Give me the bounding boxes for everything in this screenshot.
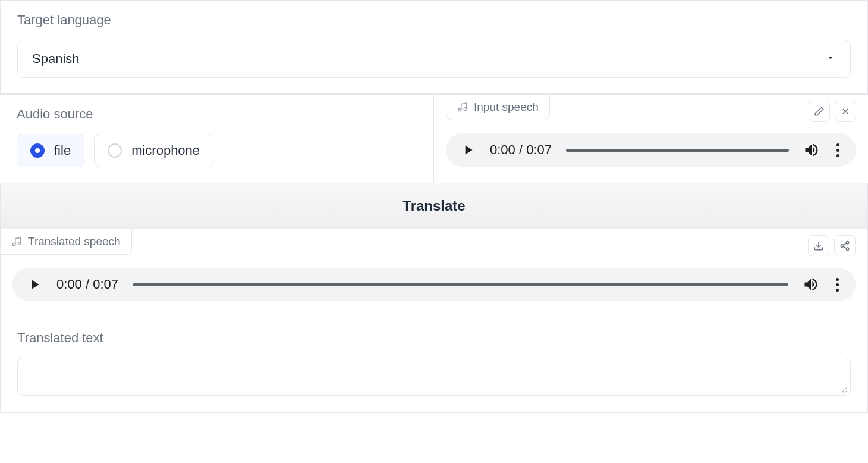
audio-source-label: Audio source xyxy=(17,107,417,122)
radio-selected-icon xyxy=(30,143,45,158)
input-speech-badge-text: Input speech xyxy=(474,101,539,114)
svg-point-5 xyxy=(841,245,844,248)
chevron-down-icon xyxy=(825,51,836,67)
audio-source-section: Audio source file microphone xyxy=(0,95,434,183)
music-icon xyxy=(11,236,22,247)
translated-text-section: Translated text xyxy=(0,318,868,413)
output-audio-seek[interactable] xyxy=(133,283,788,286)
translated-text-label: Translated text xyxy=(17,330,851,346)
output-audio-time: 0:00 / 0:07 xyxy=(56,277,118,292)
audio-input-row: Audio source file microphone Input speec… xyxy=(0,94,868,183)
svg-point-0 xyxy=(458,108,461,111)
target-language-selected: Spanish xyxy=(32,51,80,67)
translated-text-output[interactable] xyxy=(17,358,851,396)
more-menu-button[interactable] xyxy=(834,143,842,157)
target-language-section: Target language Spanish xyxy=(0,0,868,94)
input-speech-badge: Input speech xyxy=(446,95,550,120)
input-speech-section: Input speech 0:00 / 0:07 xyxy=(434,95,868,183)
audio-source-radio-group: file microphone xyxy=(17,134,417,167)
download-button[interactable] xyxy=(808,235,829,256)
radio-unselected-icon xyxy=(108,143,122,158)
audio-source-file-label: file xyxy=(54,143,71,158)
share-button[interactable] xyxy=(834,235,856,256)
audio-source-microphone-label: microphone xyxy=(131,143,200,158)
edit-button[interactable] xyxy=(809,101,830,122)
resize-handle-icon[interactable] xyxy=(839,384,848,393)
more-menu-button[interactable] xyxy=(834,278,841,292)
svg-point-4 xyxy=(846,242,849,245)
input-speech-actions xyxy=(809,101,856,122)
svg-point-3 xyxy=(18,242,21,245)
clear-button[interactable] xyxy=(835,101,856,122)
output-audio-player: 0:00 / 0:07 xyxy=(12,268,856,301)
input-audio-time: 0:00 / 0:07 xyxy=(490,142,552,158)
volume-button[interactable] xyxy=(803,276,819,293)
translated-speech-badge-text: Translated speech xyxy=(28,235,121,248)
translated-speech-badge: Translated speech xyxy=(1,229,132,255)
input-audio-player: 0:00 / 0:07 xyxy=(446,133,856,167)
play-button[interactable] xyxy=(460,142,476,158)
svg-point-1 xyxy=(464,108,467,111)
input-audio-seek[interactable] xyxy=(566,149,789,152)
translated-speech-actions xyxy=(808,235,856,256)
translated-speech-section: Translated speech 0:00 / 0:07 xyxy=(0,229,868,318)
music-icon xyxy=(457,102,468,112)
target-language-label: Target language xyxy=(17,12,851,28)
svg-point-6 xyxy=(846,248,849,251)
svg-point-2 xyxy=(12,243,15,246)
play-button[interactable] xyxy=(27,277,42,292)
volume-button[interactable] xyxy=(803,142,820,158)
audio-source-microphone-option[interactable]: microphone xyxy=(94,134,213,167)
target-language-dropdown[interactable]: Spanish xyxy=(17,40,851,78)
translate-button[interactable]: Translate xyxy=(0,183,868,229)
audio-source-file-option[interactable]: file xyxy=(17,134,84,167)
